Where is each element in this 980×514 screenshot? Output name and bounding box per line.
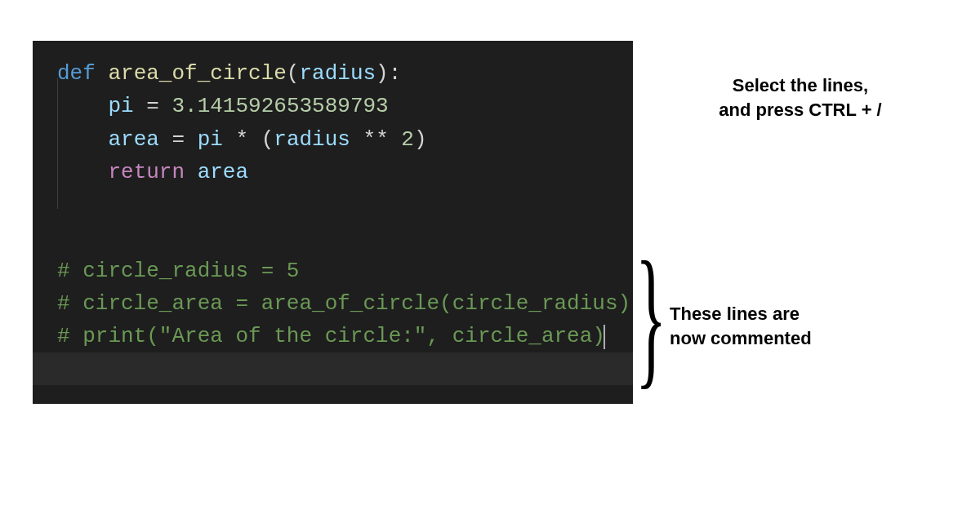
code-line-2: pi = 3.141592653589793: [57, 90, 633, 122]
code-line-3: area = pi * (radius ** 2): [57, 123, 633, 156]
code-line-8: # circle_area = area_of_circle(circle_ra…: [57, 287, 633, 320]
code-line-4: return area: [57, 156, 633, 188]
code-line-9: # print("Area of the circle:", circle_ar…: [57, 320, 633, 352]
annotation-instruction: Select the lines, and press CTRL + /: [670, 73, 931, 122]
code-line-blank2: [57, 221, 633, 254]
code-line-blank1: [57, 188, 633, 221]
brace-icon: }: [635, 238, 666, 393]
code-editor: def area_of_circle(radius): pi = 3.14159…: [33, 41, 633, 404]
annotation-result: These lines are now commented: [670, 302, 964, 350]
code-line-7: # circle_radius = 5: [57, 255, 633, 287]
text-cursor: [604, 325, 605, 349]
code-line-1: def area_of_circle(radius):: [57, 57, 633, 90]
selection-highlight: [33, 352, 633, 385]
